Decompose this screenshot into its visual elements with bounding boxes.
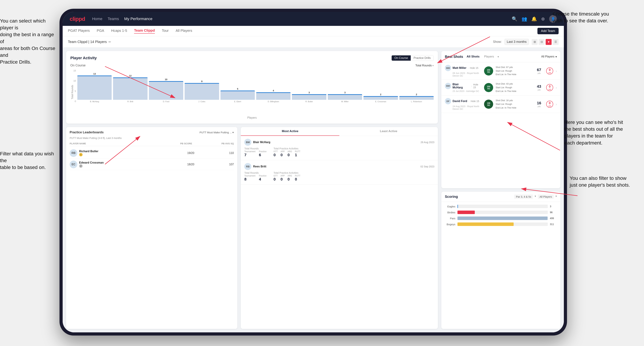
subtab-allplayers[interactable]: All Players (176, 29, 192, 33)
x-axis-label: Players (70, 116, 434, 119)
bar-highlight-6 (292, 94, 326, 95)
tablet-device: clippd Home Teams My Performance 🔍 👥 🔔 ⊕… (60, 9, 567, 336)
player-avatar-1: RB (70, 149, 77, 157)
bar-label-7: M. Miller (328, 100, 362, 103)
nav-link-myperformance[interactable]: My Performance (124, 16, 152, 21)
bar-5 (256, 92, 290, 100)
bar-value-5: 4 (273, 89, 274, 92)
search-icon[interactable]: 🔍 (512, 16, 517, 22)
metric-divider-3 (544, 102, 545, 107)
bar-highlight-2 (149, 81, 183, 82)
sc-bogeys-val: 311 (550, 223, 557, 226)
bs-shots-chevron: ▾ (498, 55, 499, 58)
bar-label-6: R. Butler (292, 100, 326, 103)
add-team-button[interactable]: Add Team (538, 28, 558, 34)
player-info-2: Edward Crossman 2 (79, 161, 155, 168)
annotation-bottom-right: You can also filter to showjust one play… (570, 175, 630, 188)
drill-dropdown[interactable]: PUTT Must Make Putting ... ▾ (200, 131, 234, 134)
list-view-icon[interactable]: ☰ (553, 39, 558, 45)
bell-icon[interactable]: 🔔 (531, 16, 537, 22)
act-activities-1: Total Practice Activities GTT 0 APP (274, 147, 300, 157)
bs-tab-allshots[interactable]: All Shots (465, 54, 481, 59)
subtab-pgat[interactable]: PGAT Players (68, 29, 90, 33)
shot-metrics-2: 43 yds 0 yds (535, 84, 553, 91)
bar-item-4: 5E. Ebert (220, 69, 255, 103)
shot-item-3[interactable]: DF David Ford · Hole 15 24 Aug 2023 · Ro… (441, 96, 560, 113)
player-info-1: Richard Butler 1 (79, 150, 155, 156)
grid-view-icon[interactable]: ⊞ (532, 39, 538, 45)
bar-label-8: E. Crossman (364, 100, 398, 103)
subtab-pga[interactable]: PGA (97, 29, 104, 33)
users-icon[interactable]: 👥 (522, 16, 527, 22)
grid2-view-icon[interactable]: ⊟ (539, 39, 544, 45)
tab-least-active[interactable]: Least Active (339, 127, 438, 136)
act-player-info-1: BM Blair McHarg (244, 139, 270, 146)
sc-filter-chevron-1: ▾ (534, 194, 536, 199)
rank-badge-1: 1 (79, 153, 82, 156)
shot-hole-1: · (468, 67, 468, 69)
nav-icons: 🔍 👥 🔔 ⊕ 👤 (512, 15, 557, 23)
bar-item-3: 9J. Coles (184, 69, 219, 103)
sc-pars-val: 499 (550, 217, 557, 220)
edit-icon[interactable]: ✏ (108, 40, 111, 44)
bs-tab-players[interactable]: Players (482, 54, 496, 59)
sc-filter-chevron-2: ▾ (556, 194, 557, 199)
on-course-label: On Course (70, 64, 86, 67)
all-players-label: All Players (541, 55, 554, 58)
bar-value-8: 2 (380, 93, 381, 96)
shot-avatar-3: DF (445, 98, 451, 104)
act-rounds-1: Total Rounds Tournament 7 Practice (244, 147, 266, 157)
plus-circle-icon[interactable]: ⊕ (541, 16, 545, 22)
on-course-toggle[interactable]: On Course (392, 55, 411, 61)
shot-course-3: 24 Aug 2023 · Royal North Devon GC (452, 105, 482, 110)
shot-details-2: Shot Dist: 43 yds Start Lie: Rough End L… (496, 82, 532, 93)
bar-label-2: D. Ford (149, 100, 183, 103)
tab-most-active[interactable]: Most Active (241, 127, 339, 136)
all-players-filter[interactable]: All Players ▾ (541, 55, 557, 58)
bar-highlight-0 (77, 75, 112, 76)
practice-val-1: 6 (259, 153, 266, 157)
bars: 13B. McHarg12R. Britt10D. Ford9J. Coles5… (77, 69, 434, 108)
bar-label-4: E. Ebert (220, 100, 255, 103)
practice-label: Practice (259, 150, 266, 153)
nav-links: Home Teams My Performance (92, 16, 505, 21)
shot-hole-label-3: Hole 15 (470, 100, 479, 103)
bs-title: Best Shots (445, 55, 463, 59)
act-date-2: 02 Sep 2023 (420, 165, 434, 168)
shot-item-2[interactable]: BM Blair McHarg · Hole 15 23 Jul 2023 · … (441, 80, 560, 96)
bar-item-5: 4D. Billingham (256, 69, 290, 103)
scoring-bars: Eagles 3 Birdies 96 (441, 202, 560, 231)
bar-chart-container: Total Rounds 15 10 5 0 13B. McHar (70, 69, 434, 115)
practice-drills-toggle[interactable]: Practice Drills (411, 55, 434, 61)
bar-value-4: 5 (237, 88, 238, 90)
shot-badge-3: 198 SG (484, 100, 493, 109)
shot-item-1[interactable]: MM Matt Miller · Hole 15 09 Jun 2023 · R… (441, 62, 560, 80)
sc-bogeys-bar-fill (458, 222, 514, 226)
act-activities-2: Total Practice Activities GTT 0 APP (274, 172, 300, 181)
bar-highlight-8 (364, 96, 398, 97)
activity-card-header: Player Activity On Course Practice Drill… (70, 55, 434, 61)
shot-hole-label-1: Hole 15 (470, 67, 478, 69)
bar-2 (149, 81, 183, 100)
timescale-dropdown[interactable]: Last 3 months (504, 39, 529, 45)
tournament-label: Tournament (244, 150, 255, 153)
nav-link-home[interactable]: Home (92, 16, 102, 21)
subtab-teamclippd[interactable]: Team Clippd (134, 28, 155, 33)
subtab-tour[interactable]: Tour (162, 29, 169, 33)
bar-highlight-5 (256, 92, 290, 93)
bar-label-9: L. Robertson (399, 100, 434, 103)
subtab-hcaps[interactable]: Hcaps 1-5 (111, 29, 127, 33)
shot-hole-3: · (469, 100, 469, 103)
heart-view-icon[interactable]: ♥ (546, 39, 552, 45)
nav-link-teams[interactable]: Teams (108, 16, 119, 21)
par-filter[interactable]: Par 3, 4 & 5s (514, 194, 533, 199)
metric-divider-2 (544, 85, 545, 90)
activity-card: Most Active Least Active BM Blair McHarg… (241, 127, 438, 329)
chart-dropdown[interactable]: Total Rounds (416, 64, 432, 67)
col-pb-score: PB SCORE (152, 142, 192, 145)
bar-item-1: 12R. Britt (113, 69, 147, 103)
act-activities-label: Total Practice Activities (274, 147, 300, 150)
y-label-10: 10 (74, 79, 76, 82)
avg-2: 107 (196, 163, 234, 166)
all-players-score-filter[interactable]: All Players (538, 194, 554, 199)
